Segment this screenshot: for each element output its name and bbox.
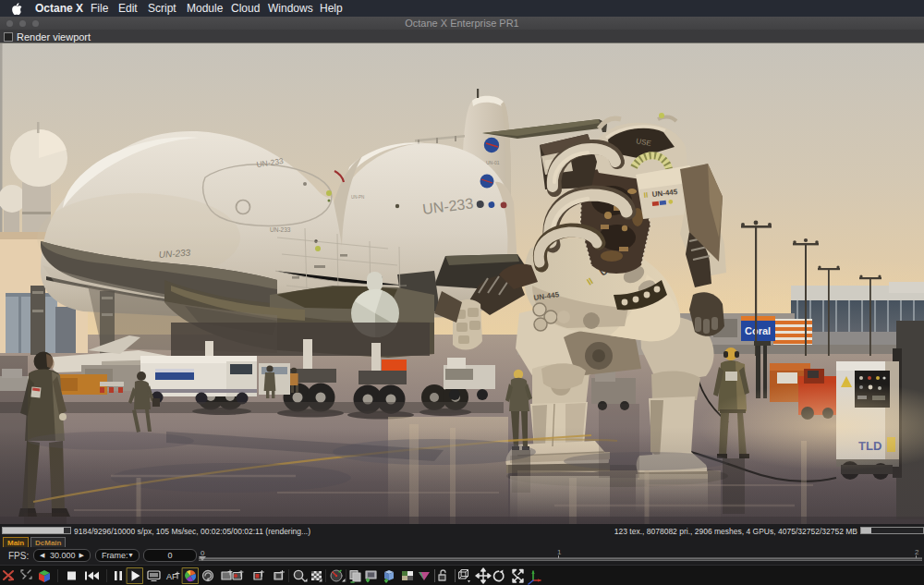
svg-text:Coral: Coral (745, 325, 771, 336)
svg-text:0: 0 (201, 549, 205, 557)
svg-text:1: 1 (557, 548, 562, 556)
svg-text:2: 2 (915, 548, 919, 556)
svg-text:UN-233: UN-233 (270, 226, 291, 233)
svg-text:UN-01: UN-01 (486, 160, 500, 165)
svg-text:II: II (643, 191, 648, 200)
svg-text:UN-PN: UN-PN (351, 195, 364, 200)
